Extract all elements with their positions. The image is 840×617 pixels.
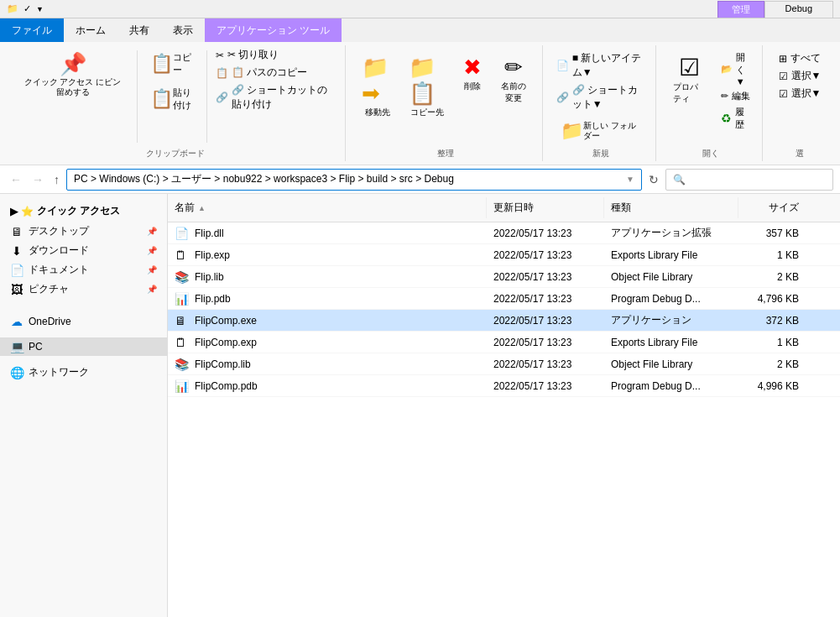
history-button[interactable]: ♻ 履歴 bbox=[717, 105, 755, 132]
file-name-cell: 🖥 FlipComp.exe bbox=[168, 312, 487, 329]
paste-button[interactable]: 📋 貼り付け bbox=[143, 82, 201, 116]
tab-share[interactable]: 共有 bbox=[117, 18, 161, 42]
pictures-label: ピクチャ bbox=[29, 282, 69, 296]
history-icon: ♻ bbox=[721, 112, 732, 125]
table-row[interactable]: 📄 Flip.dll 2022/05/17 13:23 アプリケーション拡張 3… bbox=[168, 222, 840, 244]
history-label: 履歴 bbox=[735, 106, 752, 131]
cut-button[interactable]: ✂ ✂ 切り取り bbox=[212, 47, 338, 63]
open-sub-group: 📂 開く▼ ✏ 編集 ♻ 履歴 bbox=[717, 50, 755, 132]
tab-view[interactable]: 表示 bbox=[161, 18, 205, 42]
copy-path-button[interactable]: 📋 📋 パスのコピー bbox=[212, 65, 338, 81]
sidebar-item-downloads[interactable]: ⬇ ダウンロード 📌 bbox=[0, 241, 167, 260]
open-button[interactable]: 📂 開く▼ bbox=[717, 50, 755, 87]
sidebar-item-desktop[interactable]: 🖥 デスクトップ 📌 bbox=[0, 222, 167, 241]
edit-label: 編集 bbox=[732, 90, 750, 102]
table-row[interactable]: 🖥 FlipComp.exe 2022/05/17 13:23 アプリケーション… bbox=[168, 310, 840, 332]
copy-path-icon: 📋 bbox=[216, 67, 228, 79]
file-name-cell: 📚 Flip.lib bbox=[168, 269, 487, 285]
forward-button[interactable]: → bbox=[29, 171, 47, 188]
file-type-cell: Exports Library File bbox=[604, 335, 738, 350]
file-name: Flip.pdb bbox=[195, 293, 231, 305]
move-to-button[interactable]: 📁➡ 移動先 bbox=[356, 50, 399, 123]
table-row[interactable]: 📚 FlipComp.lib 2022/05/17 13:23 Object F… bbox=[168, 353, 840, 375]
tab-file[interactable]: ファイル bbox=[0, 18, 64, 42]
file-name-cell: 📄 Flip.dll bbox=[168, 225, 487, 242]
file-icon: 📊 bbox=[175, 379, 190, 393]
new-item-button[interactable]: 📄 ■ 新しいアイテム▼ bbox=[553, 50, 649, 81]
tab-debug[interactable]: Debug bbox=[764, 1, 833, 18]
file-name: Flip.exp bbox=[195, 249, 230, 261]
breadcrumb-dropdown[interactable]: ▼ bbox=[626, 175, 634, 184]
ribbon-tabs: ファイル ホーム 共有 表示 アプリケーション ツール bbox=[0, 18, 840, 42]
table-row[interactable]: 🗒 Flip.exp 2022/05/17 13:23 Exports Libr… bbox=[168, 244, 840, 266]
sidebar-item-network[interactable]: 🌐 ネットワーク bbox=[0, 363, 167, 382]
col-size-header[interactable]: サイズ bbox=[738, 197, 806, 218]
paste-shortcut-button[interactable]: 🔗 🔗 ショートカットの貼り付け bbox=[212, 82, 338, 112]
tab-manage[interactable]: 管理 bbox=[717, 1, 764, 18]
table-row[interactable]: 📚 Flip.lib 2022/05/17 13:23 Object File … bbox=[168, 266, 840, 288]
organize-label: 整理 bbox=[437, 146, 454, 159]
file-type-cell: Object File Library bbox=[604, 357, 738, 372]
file-type-cell: Object File Library bbox=[604, 269, 738, 285]
col-type-header[interactable]: 種類 bbox=[604, 197, 738, 218]
delete-label: 削除 bbox=[464, 81, 481, 92]
new-folder-label: 新しい フォルダー bbox=[583, 121, 641, 141]
quick-access-button[interactable]: 📌 クイック アクセス にピン留めする bbox=[13, 47, 132, 102]
up-button[interactable]: ↑ bbox=[50, 171, 63, 188]
tab-home[interactable]: ホーム bbox=[64, 18, 117, 42]
col-date-header[interactable]: 更新日時 bbox=[487, 197, 604, 218]
select-icon: ☑ bbox=[779, 71, 788, 82]
documents-pin-icon: 📌 bbox=[147, 265, 157, 275]
file-date-cell: 2022/05/17 13:23 bbox=[487, 379, 604, 394]
file-type-cell: Exports Library File bbox=[604, 248, 738, 263]
properties-button[interactable]: ☑ プロパティ bbox=[666, 50, 712, 108]
downloads-icon: ⬇ bbox=[10, 244, 23, 258]
breadcrumb[interactable]: PC > Windows (C:) > ユーザー > nobu922 > wor… bbox=[66, 169, 642, 191]
cut-icon: ✂ bbox=[216, 50, 224, 61]
file-type-cell: Program Debug D... bbox=[604, 379, 738, 394]
ribbon-content: 📌 クイック アクセス にピン留めする 📋 コピー 📋 貼り付け ✂ ✂ 切り取… bbox=[0, 42, 840, 165]
copy-to-button[interactable]: 📁📋 コピー先 bbox=[403, 50, 452, 123]
shortcut-button[interactable]: 🔗 🔗 ショートカット▼ bbox=[553, 82, 649, 112]
col-name-header[interactable]: 名前 ▲ bbox=[168, 197, 487, 218]
sidebar-item-documents[interactable]: 📄 ドキュメント 📌 bbox=[0, 260, 167, 280]
select-group: ⊞ すべて ☑ 選択▼ ☑ 選択▼ 選 bbox=[766, 45, 833, 161]
file-size-cell: 2 KB bbox=[738, 357, 806, 372]
rename-button[interactable]: ✏ 名前の 変更 bbox=[493, 50, 535, 108]
copy-button[interactable]: 📋 コピー bbox=[143, 47, 201, 81]
back-button[interactable]: ← bbox=[7, 171, 25, 188]
file-icon: 🖥 bbox=[175, 314, 190, 327]
sidebar-item-pictures[interactable]: 🖼 ピクチャ 📌 bbox=[0, 280, 167, 299]
tab-app-tools[interactable]: アプリケーション ツール bbox=[205, 18, 342, 42]
select-button[interactable]: ☑ 選択▼ bbox=[775, 68, 825, 84]
table-row[interactable]: 📊 Flip.pdb 2022/05/17 13:23 Program Debu… bbox=[168, 288, 840, 310]
new-folder-button[interactable]: 📁 新しい フォルダー bbox=[553, 116, 649, 146]
file-size-cell: 4,996 KB bbox=[738, 379, 806, 394]
table-row[interactable]: 🗒 FlipComp.exp 2022/05/17 13:23 Exports … bbox=[168, 332, 840, 353]
file-size-cell: 357 KB bbox=[738, 226, 806, 241]
cut-label: ✂ 切り取り bbox=[227, 48, 279, 62]
select-option-button[interactable]: ☑ 選択▼ bbox=[775, 86, 825, 102]
search-box[interactable]: 🔍 bbox=[665, 169, 833, 191]
title-bar: 📁 ✓ ▼ 管理 Debug bbox=[0, 0, 840, 18]
table-row[interactable]: 📊 FlipComp.pdb 2022/05/17 13:23 Program … bbox=[168, 375, 840, 397]
delete-button[interactable]: ✖ 削除 bbox=[456, 50, 489, 97]
breadcrumb-text: PC > Windows (C:) > ユーザー > nobu922 > wor… bbox=[74, 172, 454, 186]
refresh-button[interactable]: ↻ bbox=[645, 171, 662, 188]
sidebar-item-onedrive[interactable]: ☁ OneDrive bbox=[0, 312, 167, 331]
clipboard-label: クリップボード bbox=[146, 146, 205, 159]
file-icon: 📊 bbox=[175, 292, 190, 306]
sidebar-item-pc[interactable]: 💻 PC bbox=[0, 337, 167, 356]
quick-access-text: クイック アクセス bbox=[37, 204, 120, 218]
open-group: ☑ プロパティ 📂 開く▼ ✏ 編集 ♻ 履歴 開く bbox=[660, 45, 763, 161]
clipboard-group: 📌 クイック アクセス にピン留めする 📋 コピー 📋 貼り付け ✂ ✂ 切り取… bbox=[7, 45, 346, 161]
open-content: ☑ プロパティ 📂 開く▼ ✏ 編集 ♻ 履歴 bbox=[666, 47, 755, 146]
edit-button[interactable]: ✏ 編集 bbox=[717, 89, 755, 103]
onedrive-label: OneDrive bbox=[29, 316, 71, 327]
new-item-icon: 📄 bbox=[556, 60, 569, 71]
pictures-icon: 🖼 bbox=[10, 283, 23, 296]
quick-access-header[interactable]: ▶ ⭐ クイック アクセス bbox=[0, 201, 167, 222]
file-name-cell: 📊 FlipComp.pdb bbox=[168, 378, 487, 395]
select-all-button[interactable]: ⊞ すべて bbox=[775, 50, 824, 66]
file-date-cell: 2022/05/17 13:23 bbox=[487, 335, 604, 350]
